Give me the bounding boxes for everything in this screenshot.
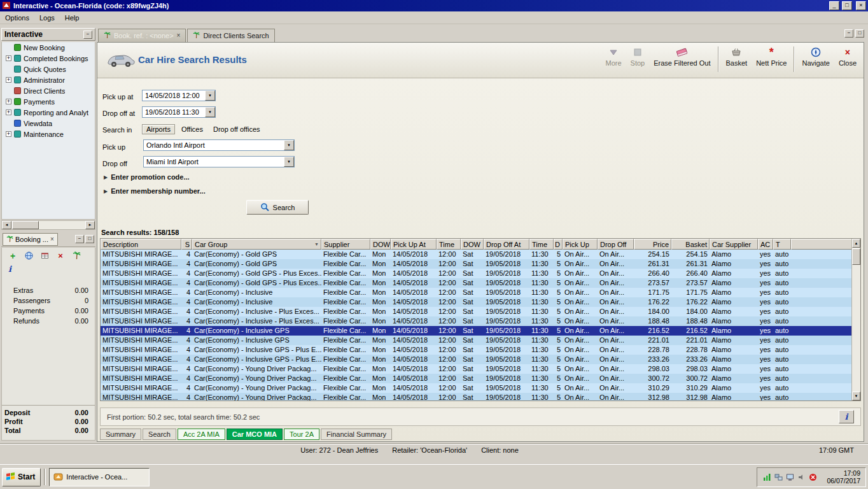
palm-export-icon[interactable]	[71, 250, 82, 261]
table-row[interactable]: MITSUBISHI MIRAGE...4Car(Economy) - Youn…	[101, 393, 853, 401]
scroll-thumb[interactable]	[852, 248, 860, 265]
erase-filtered-out-button[interactable]: Erase Filtered Out	[649, 45, 715, 69]
dropdown-arrow-icon[interactable]: ▼	[205, 107, 215, 117]
expand-icon[interactable]: +	[6, 131, 11, 137]
pickup-location-select[interactable]: Orlando Intl Airport ▼	[143, 139, 295, 151]
sidebar-item-direct-clients[interactable]: Direct Clients	[2, 85, 95, 96]
sidebar-item-reporting-and-analyt[interactable]: +Reporting and Analyt	[2, 107, 95, 118]
table-row[interactable]: MITSUBISHI MIRAGE...4Car(Economy) - Incl…	[101, 345, 853, 355]
column-header-t-17[interactable]: T	[773, 239, 791, 250]
search-button[interactable]: Search	[246, 200, 309, 215]
table-row[interactable]: MITSUBISHI MIRAGE...4Car(Economy) - Incl…	[101, 316, 853, 326]
column-header-dow-7[interactable]: DOW	[461, 239, 484, 250]
table-row[interactable]: MITSUBISHI MIRAGE...4Car(Economy) - Incl…	[101, 297, 853, 307]
table-row[interactable]: MITSUBISHI MIRAGE...4Car(Economy) - Youn…	[101, 383, 853, 393]
promotion-code-expander[interactable]: ▶ Enter promotion code...	[104, 173, 190, 181]
column-header-car-supplier-15[interactable]: Car Supplier	[710, 239, 758, 250]
booking-panel-minimize-button[interactable]: −	[75, 235, 84, 243]
column-header-pick-up-11[interactable]: Pick Up	[563, 239, 598, 250]
table-row[interactable]: MITSUBISHI MIRAGE...4Car(Economy) - Gold…	[101, 259, 853, 269]
vouchers-icon[interactable]	[39, 250, 50, 261]
table-row[interactable]: MITSUBISHI MIRAGE...4Car(Economy) - Incl…	[101, 288, 853, 297]
network-icon[interactable]	[774, 472, 783, 482]
table-row[interactable]: MITSUBISHI MIRAGE...4Car(Economy) - Youn…	[101, 374, 853, 383]
chart-icon[interactable]	[762, 472, 772, 482]
table-row[interactable]: MITSUBISHI MIRAGE...4Car(Economy) - Gold…	[101, 278, 853, 288]
close-button[interactable]: ×Close	[834, 45, 861, 69]
table-row[interactable]: MITSUBISHI MIRAGE...4Car(Economy) - Incl…	[101, 307, 853, 316]
display-icon[interactable]	[785, 472, 795, 482]
tab-direct-clients-search[interactable]: Direct Clients Search	[187, 29, 274, 42]
column-header-description-0[interactable]: Description	[101, 239, 181, 250]
table-row[interactable]: MITSUBISHI MIRAGE...4Car(Economy) - Gold…	[101, 269, 853, 278]
close-tab-icon[interactable]: ×	[177, 32, 181, 39]
bottom-tab-acc-2a-mia[interactable]: Acc 2A MIA	[178, 429, 225, 440]
table-row[interactable]: MITSUBISHI MIRAGE...4Car(Economy) - Incl…	[101, 336, 853, 345]
volume-icon[interactable]	[797, 472, 806, 482]
sidebar-item-administrator[interactable]: +Administrator	[2, 74, 95, 85]
expand-icon[interactable]: +	[6, 55, 11, 61]
pickup-at-select[interactable]: 14/05/2018 12:00 ▼	[142, 90, 216, 101]
table-row[interactable]: MITSUBISHI MIRAGE...4Car(Economy) - Youn…	[101, 364, 853, 374]
scroll-right-button[interactable]: ►	[85, 221, 95, 229]
expand-icon[interactable]: +	[6, 77, 11, 83]
nett-price-button[interactable]: *Nett Price	[752, 45, 791, 69]
tab-book-ref-none[interactable]: Book. ref. : <none>×	[98, 29, 186, 42]
table-row[interactable]: MITSUBISHI MIRAGE...4Car(Economy) - Incl…	[101, 326, 853, 336]
sidebar-item-new-booking[interactable]: New Booking	[2, 42, 95, 53]
dropdown-arrow-icon[interactable]: ▼	[205, 90, 215, 101]
dropoff-location-select[interactable]: Miami Intl Airport ▼	[143, 156, 295, 167]
column-header-price-13[interactable]: Price	[634, 239, 671, 250]
bottom-tab-financial-summary[interactable]: Financial Summary	[321, 429, 392, 440]
bottom-tab-car-mco-mia[interactable]: Car MCO MIA	[227, 429, 283, 440]
column-header-ac-16[interactable]: AC	[758, 239, 773, 250]
scroll-down-button[interactable]: ▼	[852, 392, 860, 400]
column-header-car-group-2[interactable]: Car Group▼	[192, 239, 321, 250]
column-header-drop-off-12[interactable]: Drop Off	[598, 239, 634, 250]
column-header-time-9[interactable]: Time	[529, 239, 554, 250]
menu-item-options[interactable]: Options	[0, 12, 34, 24]
search-in-airports[interactable]: Airports	[142, 124, 175, 134]
scroll-left-button[interactable]: ◄	[2, 221, 11, 229]
dropoff-at-select[interactable]: 19/05/2018 11:30 ▼	[142, 106, 216, 118]
sidebar-item-payments[interactable]: +Payments	[2, 96, 95, 107]
info-icon[interactable]: i	[8, 264, 11, 274]
booking-panel-tab[interactable]: Booking ... ×	[3, 233, 58, 246]
mdi-minimize-button[interactable]: −	[844, 29, 853, 38]
restore-button[interactable]: □	[842, 1, 852, 10]
close-button[interactable]: ×	[856, 1, 866, 10]
sidebar-horizontal-scrollbar[interactable]: ◄ ►	[1, 220, 95, 230]
column-header-dow-4[interactable]: DOW	[370, 239, 391, 250]
sidebar-item-quick-quotes[interactable]: Quick Quotes	[2, 64, 95, 74]
basket-button[interactable]: Basket	[722, 45, 752, 69]
booking-panel-maximize-button[interactable]: □	[85, 235, 94, 243]
column-header-supplier-3[interactable]: Supplier	[321, 239, 370, 250]
globe-icon[interactable]	[23, 250, 34, 261]
column-header-time-6[interactable]: Time	[437, 239, 461, 250]
column-header-d-10[interactable]: D	[554, 239, 563, 250]
search-in-offices[interactable]: Offices	[178, 124, 207, 134]
offline-icon[interactable]	[808, 472, 818, 482]
membership-number-expander[interactable]: ▶ Enter membership number...	[104, 187, 206, 195]
start-button[interactable]: Start	[2, 468, 41, 486]
sidebar-collapse-button[interactable]: −	[83, 31, 92, 39]
table-row[interactable]: MITSUBISHI MIRAGE...4Car(Economy) - Incl…	[101, 355, 853, 364]
sidebar-item-viewdata[interactable]: Viewdata	[2, 118, 95, 129]
scroll-thumb[interactable]	[12, 221, 39, 229]
sidebar-item-completed-bookings[interactable]: +Completed Bookings	[2, 53, 95, 64]
delete-icon[interactable]: ×	[55, 250, 66, 261]
menu-item-logs[interactable]: Logs	[34, 12, 60, 24]
column-header-s-1[interactable]: S	[181, 239, 192, 250]
search-in-drop-off-offices[interactable]: Drop off offices	[209, 124, 264, 134]
bottom-tab-summary[interactable]: Summary	[100, 429, 141, 440]
close-booking-tab-icon[interactable]: ×	[50, 236, 54, 243]
taskbar-task-interactive[interactable]: Interactive - Ocea...	[49, 468, 150, 486]
sidebar-item-maintenance[interactable]: +Maintenance	[2, 129, 95, 139]
dropdown-arrow-icon[interactable]: ▼	[284, 140, 294, 150]
add-icon[interactable]: +	[7, 250, 18, 261]
column-header-pick-up-at-5[interactable]: Pick Up At	[391, 239, 437, 250]
column-header-basket-14[interactable]: Basket	[671, 239, 710, 250]
navigate-button[interactable]: Navigate	[797, 45, 834, 69]
bottom-tab-tour-2a[interactable]: Tour 2A	[284, 429, 319, 440]
minimize-button[interactable]: _	[829, 1, 839, 10]
